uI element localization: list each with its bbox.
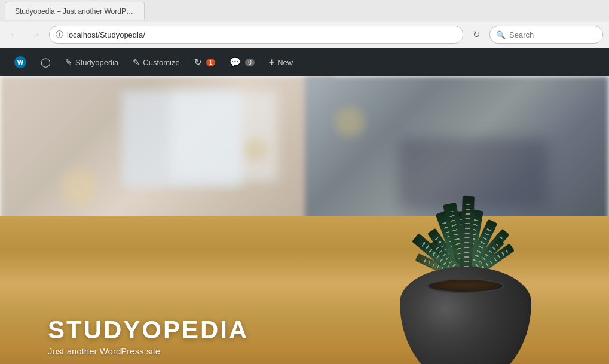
plant-stems <box>406 130 525 286</box>
updates-button[interactable]: ↻ 1 <box>187 48 223 76</box>
tab-label: Studyopedia – Just another WordPress sit… <box>15 7 134 16</box>
site-title: STUDYOPEDIA <box>48 317 249 342</box>
site-title-overlay: STUDYOPEDIA Just another WordPress site <box>48 317 249 356</box>
comments-button[interactable]: 💬 0 <box>222 48 262 76</box>
back-icon: ← <box>10 29 19 40</box>
browser-tab[interactable]: Studyopedia – Just another WordPress sit… <box>5 2 145 20</box>
back-button[interactable]: ← <box>6 26 23 43</box>
plant-pot <box>370 117 561 364</box>
address-bar-row: ← → ⓘ ↻ 🔍 <box>0 22 609 48</box>
reload-button[interactable]: ↻ <box>468 26 485 43</box>
updates-icon: ↻ <box>194 57 202 68</box>
reload-icon: ↻ <box>473 29 481 40</box>
wp-admin-bar: W ◯ ✎ Studyopedia ✎ Customize ↻ 1 💬 0 + … <box>0 48 609 76</box>
updates-badge: 1 <box>206 59 216 66</box>
bokeh-2 <box>244 138 268 162</box>
search-input[interactable] <box>509 30 609 39</box>
info-icon[interactable]: ⓘ <box>56 29 63 40</box>
wp-logo-button[interactable]: W <box>7 48 33 76</box>
new-label: New <box>277 58 293 67</box>
customize-button[interactable]: ✎ Customize <box>126 48 186 76</box>
site-tagline: Just another WordPress site <box>48 346 249 356</box>
wp-logo-icon: W <box>14 56 26 68</box>
address-input[interactable] <box>67 30 457 39</box>
plus-icon: + <box>269 57 274 68</box>
search-bar-wrapper: 🔍 <box>489 26 603 44</box>
dashboard-icon-item[interactable]: ◯ <box>33 48 58 76</box>
forward-icon: → <box>31 29 41 40</box>
comments-badge: 0 <box>245 59 255 66</box>
bokeh-3 <box>335 107 365 137</box>
bg-window2 <box>170 91 278 181</box>
new-button[interactable]: + New <box>262 48 300 76</box>
tab-bar: Studyopedia – Just another WordPress sit… <box>0 0 609 22</box>
pot-soil <box>433 280 498 290</box>
browser-chrome: Studyopedia – Just another WordPress sit… <box>0 0 609 48</box>
address-bar-wrapper: ⓘ <box>49 26 463 44</box>
site-name-button[interactable]: ✎ Studyopedia <box>58 48 126 76</box>
site-name-label: Studyopedia <box>75 58 118 67</box>
customize-label: Customize <box>143 58 179 67</box>
dashboard-icon: ◯ <box>41 57 51 68</box>
hero-section: STUDYOPEDIA Just another WordPress site <box>0 76 609 364</box>
search-icon: 🔍 <box>496 30 506 39</box>
paint-icon: ✎ <box>65 57 72 67</box>
forward-button[interactable]: → <box>27 26 44 43</box>
comments-icon: 💬 <box>229 57 241 68</box>
customize-icon: ✎ <box>133 57 140 67</box>
bokeh-1 <box>61 169 97 205</box>
